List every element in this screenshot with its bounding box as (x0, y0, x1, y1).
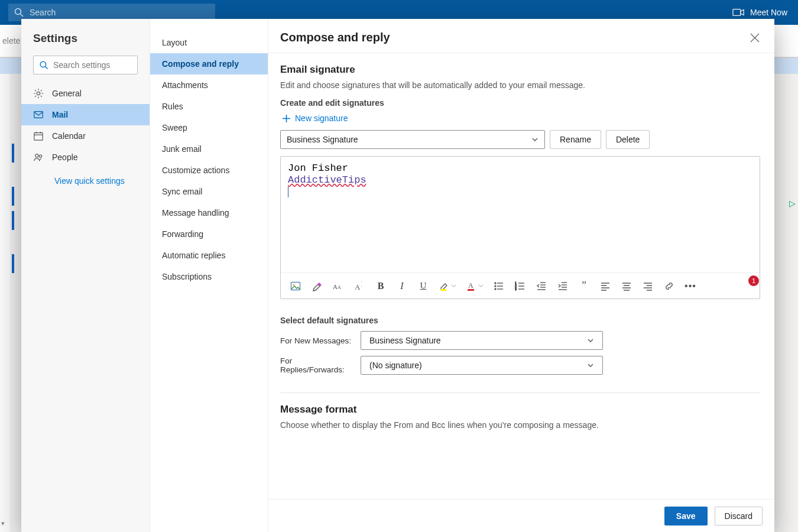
category-mail[interactable]: Mail (21, 104, 150, 125)
font-family-button[interactable]: AA (332, 280, 345, 293)
font-color-button[interactable]: A (465, 280, 484, 293)
submenu-junk-email[interactable]: Junk email (150, 138, 268, 160)
ellipsis-icon: ••• (685, 281, 696, 291)
underline-button[interactable]: U (417, 280, 430, 293)
submenu-message-handling[interactable]: Message handling (150, 202, 268, 223)
settings-modal: Settings Search settings General Mail Ca… (21, 19, 774, 532)
global-search-placeholder: Search (30, 8, 56, 17)
category-people[interactable]: People (21, 147, 150, 168)
submenu-subscriptions[interactable]: Subscriptions (150, 266, 268, 287)
new-signature-button[interactable]: New signature (283, 113, 760, 123)
link-icon (664, 281, 674, 291)
email-signature-desc: Edit and choose signatures that will be … (280, 80, 760, 90)
indent-button[interactable] (556, 280, 569, 293)
submenu-compose-reply[interactable]: Compose and reply (150, 53, 268, 74)
category-label: Calendar (52, 131, 86, 141)
people-icon (33, 152, 44, 163)
chevron-down-icon (478, 283, 484, 288)
quote-button[interactable]: ” (578, 280, 591, 293)
bg-left-strip: ▾ (0, 74, 11, 532)
close-icon[interactable] (750, 33, 760, 43)
submenu-layout[interactable]: Layout (150, 32, 268, 53)
svg-rect-26 (468, 289, 474, 291)
number-list-button[interactable]: 123 (514, 280, 527, 293)
svg-point-11 (35, 154, 38, 157)
quote-icon: ” (582, 280, 586, 292)
settings-panel: Compose and reply Email signature Edit a… (268, 19, 774, 532)
chevron-down-icon (451, 283, 456, 288)
settings-title: Settings (21, 32, 150, 56)
message-format-desc: Choose whether to display the From and B… (280, 420, 760, 430)
submenu-attachments[interactable]: Attachments (150, 74, 268, 96)
notification-badge: 1 (748, 275, 759, 286)
svg-text:A: A (333, 283, 338, 290)
collapse-icon: ▾ (1, 520, 5, 527)
signature-dropdown-value: Business Signature (287, 135, 358, 144)
align-right-button[interactable] (641, 280, 654, 293)
view-quick-settings-link[interactable]: View quick settings (21, 168, 150, 186)
outdent-button[interactable] (535, 280, 548, 293)
chevron-down-icon (531, 136, 539, 143)
submenu-automatic-replies[interactable]: Automatic replies (150, 245, 268, 266)
panel-header: Compose and reply (268, 19, 774, 53)
italic-button[interactable]: I (395, 280, 408, 293)
svg-rect-24 (440, 289, 446, 291)
svg-rect-7 (34, 133, 43, 141)
settings-search[interactable]: Search settings (33, 56, 138, 74)
bg-msg-indicator (12, 211, 14, 230)
insert-link-button[interactable] (663, 280, 676, 293)
new-messages-value: Business Signature (369, 336, 441, 345)
insert-image-button[interactable] (289, 280, 302, 293)
replies-dropdown[interactable]: (No signature) (361, 356, 603, 375)
signature-editor: Jon Fisher AddictiveTips AA A˄˅ B I U A … (280, 156, 760, 299)
highlight-button[interactable] (438, 280, 457, 293)
highlight-icon (439, 281, 450, 291)
bg-delete-text: elete (2, 36, 20, 46)
font-size-icon: A˄˅ (354, 281, 365, 291)
settings-search-placeholder: Search settings (53, 60, 111, 70)
category-label: People (52, 153, 78, 162)
number-list-icon: 123 (515, 281, 525, 291)
meet-now-label: Meet Now (750, 8, 787, 17)
select-default-heading: Select default signatures (280, 316, 760, 325)
save-button[interactable]: Save (664, 507, 708, 525)
category-calendar[interactable]: Calendar (21, 125, 150, 147)
new-messages-dropdown[interactable]: Business Signature (361, 331, 603, 350)
submenu-forwarding[interactable]: Forwarding (150, 223, 268, 245)
submenu-sweep[interactable]: Sweep (150, 117, 268, 138)
settings-categories: Settings Search settings General Mail Ca… (21, 19, 150, 532)
signature-dropdown[interactable]: Business Signature (280, 130, 545, 149)
align-left-button[interactable] (599, 280, 612, 293)
align-center-button[interactable] (620, 280, 633, 293)
discard-button[interactable]: Discard (715, 507, 763, 525)
bullet-list-button[interactable] (492, 280, 505, 293)
rename-button[interactable]: Rename (550, 130, 601, 149)
svg-point-29 (495, 288, 496, 290)
email-signature-heading: Email signature (280, 64, 760, 76)
signature-editor-body[interactable]: Jon Fisher AddictiveTips (281, 157, 760, 273)
new-messages-label: For New Messages: (280, 336, 355, 345)
panel-title: Compose and reply (280, 31, 390, 44)
category-label: General (52, 89, 82, 98)
svg-rect-2 (733, 9, 741, 16)
svg-text:˅: ˅ (361, 286, 362, 290)
submenu-customize-actions[interactable]: Customize actions (150, 160, 268, 181)
category-general[interactable]: General (21, 83, 150, 104)
paintbrush-icon (312, 281, 322, 291)
submenu-sync-email[interactable]: Sync email (150, 181, 268, 202)
more-options-button[interactable]: ••• (684, 280, 697, 293)
outdent-icon (536, 281, 547, 291)
format-painter-button[interactable] (310, 280, 323, 293)
editor-toolbar: AA A˄˅ B I U A 123 ” ••• (281, 273, 760, 299)
delete-button[interactable]: Delete (606, 130, 650, 149)
svg-text:˄: ˄ (361, 281, 362, 285)
svg-rect-17 (291, 282, 300, 290)
signature-line: Jon Fisher (288, 163, 752, 174)
align-center-icon (621, 281, 632, 291)
font-size-button[interactable]: A˄˅ (353, 280, 366, 293)
svg-point-28 (495, 286, 496, 287)
submenu-rules[interactable]: Rules (150, 96, 268, 117)
bold-button[interactable]: B (374, 280, 387, 293)
meet-now-button[interactable]: Meet Now (732, 8, 787, 17)
new-signature-label: New signature (295, 113, 348, 123)
